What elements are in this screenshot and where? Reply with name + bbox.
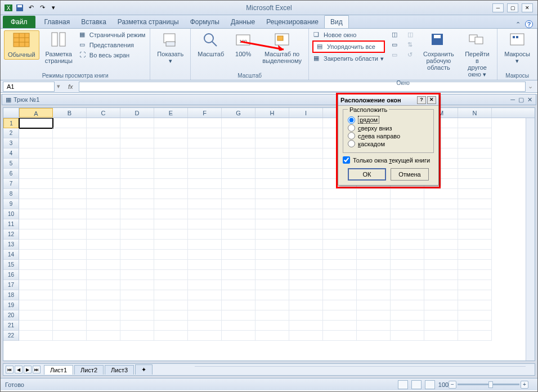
cell[interactable] — [154, 310, 188, 321]
minimize-ribbon-icon[interactable]: ⌃ — [515, 21, 521, 28]
tab-nav-next[interactable]: ▶ — [24, 366, 32, 373]
cell[interactable] — [222, 300, 255, 310]
cell[interactable] — [188, 310, 222, 321]
cell[interactable] — [391, 300, 424, 310]
column-header[interactable]: A — [19, 108, 53, 118]
cell[interactable] — [188, 300, 222, 310]
cell[interactable] — [255, 128, 289, 138]
cell[interactable] — [19, 300, 53, 310]
maximize-button[interactable]: ▢ — [507, 3, 518, 12]
qat-dropdown-icon[interactable]: ▾ — [49, 3, 58, 12]
cell[interactable] — [87, 290, 120, 300]
cell[interactable] — [255, 159, 289, 169]
cell[interactable] — [87, 250, 120, 260]
cell[interactable] — [424, 209, 458, 219]
cell[interactable] — [120, 189, 154, 199]
row-header[interactable]: 1 — [3, 118, 19, 128]
tab-data[interactable]: Данные — [225, 16, 261, 28]
cell[interactable] — [357, 260, 391, 270]
cell[interactable] — [188, 128, 222, 138]
cell[interactable] — [188, 199, 222, 209]
cell[interactable] — [424, 321, 458, 331]
row-header[interactable]: 4 — [3, 148, 19, 159]
cell[interactable] — [120, 260, 154, 270]
cell[interactable] — [19, 280, 53, 290]
page-break-preview-button[interactable]: ▦Страничный режим — [78, 30, 147, 39]
cell[interactable] — [255, 148, 289, 159]
cell[interactable] — [188, 148, 222, 159]
cell[interactable] — [53, 331, 87, 341]
cell[interactable] — [19, 270, 53, 280]
cell[interactable] — [222, 148, 255, 159]
cell[interactable] — [120, 321, 154, 331]
cell[interactable] — [87, 189, 120, 199]
column-header[interactable]: G — [222, 108, 255, 118]
cell[interactable] — [289, 199, 323, 209]
cell[interactable] — [289, 250, 323, 260]
cell[interactable] — [19, 331, 53, 341]
cell[interactable] — [19, 169, 53, 179]
cell[interactable] — [19, 260, 53, 270]
zoom-thumb[interactable] — [488, 381, 493, 388]
cell[interactable] — [424, 189, 458, 199]
cell[interactable] — [19, 128, 53, 138]
cell[interactable] — [255, 118, 289, 128]
cell[interactable] — [154, 189, 188, 199]
cell[interactable] — [424, 290, 458, 300]
cell[interactable] — [458, 250, 492, 260]
cell[interactable] — [323, 310, 357, 321]
cell[interactable] — [87, 300, 120, 310]
cell[interactable] — [222, 280, 255, 290]
cell[interactable] — [424, 199, 458, 209]
hide-button[interactable]: ▭ — [391, 40, 401, 49]
tab-nav-last[interactable]: ⏭ — [33, 366, 41, 373]
cell[interactable] — [154, 321, 188, 331]
cell[interactable] — [323, 300, 357, 310]
cell[interactable] — [87, 310, 120, 321]
cell[interactable] — [222, 331, 255, 341]
cell[interactable] — [87, 169, 120, 179]
cell[interactable] — [357, 310, 391, 321]
cell[interactable] — [458, 219, 492, 229]
cell[interactable] — [53, 128, 87, 138]
cell[interactable] — [120, 128, 154, 138]
cell[interactable] — [120, 290, 154, 300]
cell[interactable] — [458, 280, 492, 290]
normal-view-status-button[interactable] — [398, 380, 408, 389]
cell[interactable] — [289, 321, 323, 331]
sheet-tab-3[interactable]: Лист3 — [105, 365, 134, 375]
cell[interactable] — [87, 219, 120, 229]
tab-nav-first[interactable]: ⏮ — [6, 366, 14, 373]
column-header[interactable]: E — [154, 108, 188, 118]
cell[interactable] — [289, 179, 323, 189]
cell[interactable] — [255, 290, 289, 300]
cell[interactable] — [19, 118, 53, 128]
cell[interactable] — [323, 321, 357, 331]
dialog-titlebar[interactable]: Расположение окон ? ✕ — [338, 94, 438, 106]
cell[interactable] — [87, 138, 120, 148]
cell[interactable] — [255, 250, 289, 260]
cell[interactable] — [458, 159, 492, 169]
cell[interactable] — [255, 229, 289, 240]
cell[interactable] — [289, 219, 323, 229]
dialog-close-button[interactable]: ✕ — [427, 96, 436, 104]
sync-scroll-button[interactable]: ⇅ — [406, 40, 416, 49]
cell[interactable] — [154, 229, 188, 240]
cell[interactable] — [289, 290, 323, 300]
cell[interactable] — [323, 199, 357, 209]
cell[interactable] — [458, 260, 492, 270]
cell[interactable] — [424, 260, 458, 270]
cell[interactable] — [87, 270, 120, 280]
cell[interactable] — [53, 290, 87, 300]
cell[interactable] — [120, 280, 154, 290]
cell[interactable] — [289, 169, 323, 179]
cell[interactable] — [19, 250, 53, 260]
cell[interactable] — [53, 179, 87, 189]
column-header[interactable]: H — [255, 108, 289, 118]
cell[interactable] — [458, 138, 492, 148]
cell[interactable] — [19, 138, 53, 148]
unhide-button[interactable]: ▭ — [391, 51, 401, 60]
cell[interactable] — [53, 321, 87, 331]
file-tab[interactable]: Файл — [3, 16, 35, 28]
cell[interactable] — [391, 199, 424, 209]
